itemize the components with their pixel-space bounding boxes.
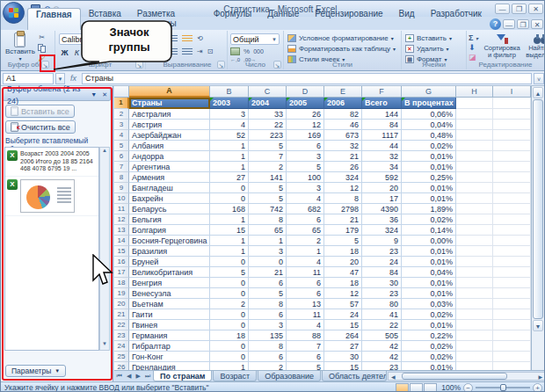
data-cell[interactable]: 12 <box>287 120 324 130</box>
data-cell[interactable] <box>456 246 493 257</box>
header-cell[interactable]: 2003 <box>210 98 249 109</box>
column-header-F[interactable]: F <box>362 86 402 98</box>
data-cell[interactable]: Азербайджан <box>129 130 210 141</box>
data-cell[interactable]: 30 <box>324 352 362 362</box>
data-cell[interactable]: 8 <box>249 214 287 225</box>
data-cell[interactable]: 1,89% <box>402 204 456 214</box>
scroll-right-icon[interactable]: ▶ <box>535 374 545 380</box>
last-sheet-icon[interactable]: ⏭ <box>145 373 150 380</box>
data-cell[interactable]: 3 <box>287 151 324 162</box>
data-cell[interactable]: 0 <box>210 309 249 320</box>
data-cell[interactable] <box>493 246 531 257</box>
data-cell[interactable] <box>493 225 531 236</box>
data-cell[interactable]: 11 <box>287 309 324 320</box>
next-sheet-icon[interactable]: ▶ <box>136 373 141 380</box>
data-cell[interactable]: 0,01% <box>402 362 456 370</box>
data-cell[interactable]: 0,02% <box>402 352 456 362</box>
data-cell[interactable]: 5 <box>249 288 287 299</box>
data-cell[interactable]: 4390 <box>362 204 402 214</box>
data-cell[interactable]: 0,00% <box>402 236 456 246</box>
data-cell[interactable]: 0 <box>210 278 249 288</box>
data-cell[interactable] <box>456 341 493 352</box>
sheet-tab-Возраст[interactable]: Возраст <box>213 371 257 381</box>
data-cell[interactable]: Великобритания <box>129 267 210 278</box>
row-number[interactable]: 18 <box>114 278 129 288</box>
data-cell[interactable]: 13 <box>287 299 324 309</box>
indent-icon[interactable]: ⇥ <box>197 47 203 55</box>
data-cell[interactable] <box>456 352 493 362</box>
row-number[interactable]: 26 <box>114 362 129 370</box>
data-cell[interactable] <box>493 236 531 246</box>
data-cell[interactable]: 24 <box>362 257 402 267</box>
autosum-icon[interactable]: Σ ▾ <box>469 33 478 42</box>
data-cell[interactable] <box>493 204 531 214</box>
data-cell[interactable] <box>493 278 531 288</box>
column-header-I[interactable]: I <box>493 86 531 98</box>
data-cell[interactable]: 0 <box>249 257 287 267</box>
data-cell[interactable]: 0,01% <box>402 151 456 162</box>
tab-Данные[interactable]: Данные <box>259 8 307 30</box>
data-cell[interactable] <box>493 172 531 183</box>
data-cell[interactable]: 52 <box>210 130 249 141</box>
data-cell[interactable]: 1117 <box>362 130 402 141</box>
data-cell[interactable]: 4 <box>287 257 324 267</box>
data-cell[interactable]: 23 <box>362 362 402 370</box>
data-cell[interactable]: 0,01% <box>402 257 456 267</box>
data-cell[interactable]: 21 <box>324 151 362 162</box>
clear-all-button[interactable]: ✕ Очистить все <box>5 120 76 134</box>
data-cell[interactable]: 6 <box>287 214 324 225</box>
data-cell[interactable]: Бразилия <box>129 246 210 257</box>
column-header-D[interactable]: D <box>287 86 324 98</box>
row-number[interactable]: 10 <box>114 193 129 204</box>
sheet-tab-По странам[interactable]: По странам <box>153 371 212 381</box>
data-cell[interactable]: Гаити <box>129 309 210 320</box>
data-cell[interactable] <box>456 109 493 120</box>
data-cell[interactable]: 5 <box>249 183 287 193</box>
data-cell[interactable]: 324 <box>324 172 362 183</box>
data-cell[interactable]: 1 <box>210 246 249 257</box>
first-sheet-icon[interactable]: ⏮ <box>117 373 122 380</box>
data-cell[interactable]: 5 <box>210 267 249 278</box>
data-cell[interactable]: 0,01% <box>402 193 456 204</box>
data-cell[interactable] <box>456 120 493 130</box>
restore-button[interactable]: ❐ <box>512 4 527 14</box>
header-cell[interactable]: 2004 <box>249 98 287 109</box>
data-cell[interactable] <box>456 278 493 288</box>
data-cell[interactable]: 505 <box>362 330 402 341</box>
data-cell[interactable]: 0,01% <box>402 162 456 172</box>
data-cell[interactable]: 20 <box>324 257 362 267</box>
data-cell[interactable]: 18 <box>210 330 249 341</box>
vertical-scrollbar[interactable]: ▲ ▼ <box>531 86 544 370</box>
page-layout-view-button[interactable] <box>410 383 423 392</box>
data-cell[interactable] <box>456 288 493 299</box>
data-cell[interactable]: 21 <box>249 267 287 278</box>
data-cell[interactable] <box>456 267 493 278</box>
data-cell[interactable]: 27 <box>324 341 362 352</box>
data-cell[interactable]: 47 <box>324 267 362 278</box>
data-cell[interactable] <box>493 183 531 193</box>
data-cell[interactable]: 6 <box>287 352 324 362</box>
data-cell[interactable] <box>493 162 531 172</box>
data-cell[interactable]: 0,02% <box>402 141 456 151</box>
data-cell[interactable]: 5 <box>249 193 287 204</box>
row-number[interactable]: 19 <box>114 288 129 299</box>
data-cell[interactable] <box>456 299 493 309</box>
help-icon[interactable]: ? <box>490 18 501 30</box>
data-cell[interactable]: 41 <box>362 309 402 320</box>
data-cell[interactable] <box>493 352 531 362</box>
tab-Вид[interactable]: Вид <box>391 8 423 30</box>
fill-icon[interactable]: ⬇︎ <box>469 43 478 52</box>
data-cell[interactable]: 88 <box>287 330 324 341</box>
data-cell[interactable]: 1 <box>210 151 249 162</box>
data-cell[interactable]: 0,25% <box>402 172 456 183</box>
data-cell[interactable] <box>493 320 531 330</box>
zoom-level[interactable]: 100% <box>441 383 461 392</box>
data-cell[interactable]: 8 <box>249 341 287 352</box>
data-cell[interactable]: 0,01% <box>402 320 456 330</box>
data-cell[interactable]: 5 <box>324 236 362 246</box>
data-cell[interactable] <box>493 141 531 151</box>
data-cell[interactable]: 0,01% <box>402 288 456 299</box>
data-cell[interactable] <box>456 130 493 141</box>
format-as-table-button[interactable]: Форматировать как таблицу▾ <box>287 44 396 54</box>
data-cell[interactable] <box>456 204 493 214</box>
